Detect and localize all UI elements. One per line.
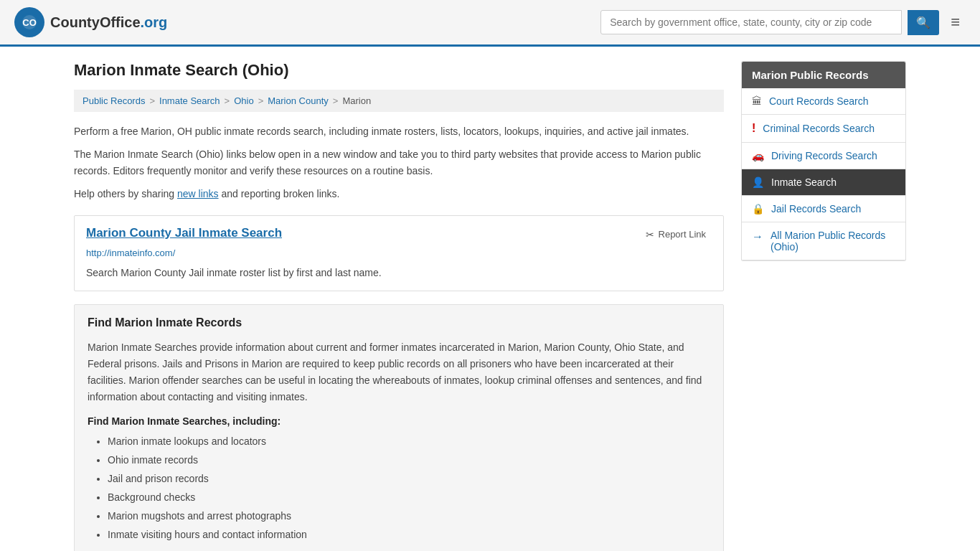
- sidebar-label-criminal: Criminal Records Search: [763, 123, 875, 134]
- sidebar-label-all: All Marion Public Records (Ohio): [771, 230, 895, 253]
- intro-paragraph-2: The Marion Inmate Search (Ohio) links be…: [74, 146, 724, 179]
- new-links-link[interactable]: new links: [177, 188, 219, 199]
- intro-text-start: Help others by sharing: [74, 188, 177, 199]
- list-item: Marion inmate lookups and locators: [108, 434, 710, 449]
- result-section: Marion County Jail Inmate Search ✂ Repor…: [74, 215, 724, 291]
- jail-icon: 🔒: [752, 203, 764, 215]
- sidebar-label-driving: Driving Records Search: [771, 150, 877, 161]
- breadcrumb-current: Marion: [342, 95, 371, 106]
- sidebar-item-jail-records[interactable]: 🔒 Jail Records Search: [742, 196, 905, 222]
- logo-text: CountyOffice.org: [50, 14, 167, 31]
- header: CO CountyOffice.org 🔍 ≡: [0, 0, 980, 47]
- breadcrumb-inmate-search[interactable]: Inmate Search: [159, 95, 220, 106]
- criminal-icon: !: [752, 122, 755, 135]
- search-button[interactable]: 🔍: [908, 10, 939, 35]
- sidebar-label-jail: Jail Records Search: [771, 203, 861, 215]
- breadcrumb-ohio[interactable]: Ohio: [234, 95, 253, 106]
- sidebar-item-court-records[interactable]: 🏛 Court Records Search: [742, 88, 905, 115]
- content-area: Marion Inmate Search (Ohio) Public Recor…: [74, 61, 724, 551]
- sidebar-item-criminal-records[interactable]: ! Criminal Records Search: [742, 115, 905, 143]
- result-title-link[interactable]: Marion County Jail Inmate Search: [86, 226, 282, 240]
- inmate-icon: 👤: [752, 176, 764, 188]
- result-header: Marion County Jail Inmate Search ✂ Repor…: [75, 216, 723, 246]
- list-item: Ohio inmate records: [108, 453, 710, 468]
- search-area: 🔍 ≡: [600, 10, 966, 35]
- sidebar-box: Marion Public Records 🏛 Court Records Se…: [741, 61, 906, 261]
- sidebar-item-inmate-search[interactable]: 👤 Inmate Search: [742, 169, 905, 196]
- list-item: Background checks: [108, 490, 710, 505]
- hamburger-icon: ≡: [951, 13, 960, 31]
- sidebar-label-inmate: Inmate Search: [771, 176, 837, 188]
- intro-text-end: and reporting broken links.: [219, 188, 340, 199]
- find-includes-title: Find Marion Inmate Searches, including:: [88, 415, 710, 427]
- sidebar: Marion Public Records 🏛 Court Records Se…: [741, 61, 906, 551]
- find-records-body: Marion Inmate Searches provide informati…: [88, 339, 710, 405]
- driving-icon: 🚗: [752, 150, 764, 161]
- find-list: Marion inmate lookups and locators Ohio …: [88, 434, 710, 542]
- main-container: Marion Inmate Search (Ohio) Public Recor…: [60, 47, 920, 551]
- result-url[interactable]: http://inmateinfo.com/: [75, 246, 723, 263]
- intro-paragraph-1: Perform a free Marion, OH public inmate …: [74, 123, 724, 139]
- result-description: Search Marion County Jail inmate roster …: [75, 263, 723, 291]
- court-icon: 🏛: [752, 95, 762, 107]
- menu-button[interactable]: ≡: [945, 10, 966, 34]
- intro-paragraph-3: Help others by sharing new links and rep…: [74, 186, 724, 202]
- report-link-button[interactable]: ✂ Report Link: [640, 226, 712, 243]
- logo-icon: CO: [14, 7, 44, 37]
- find-records-section: Find Marion Inmate Records Marion Inmate…: [74, 304, 724, 551]
- breadcrumb: Public Records > Inmate Search > Ohio > …: [74, 90, 724, 112]
- svg-text:CO: CO: [22, 17, 37, 28]
- list-item: Jail and prison records: [108, 471, 710, 486]
- search-icon: 🔍: [916, 17, 930, 29]
- sidebar-label-court: Court Records Search: [769, 95, 869, 107]
- sidebar-title: Marion Public Records: [742, 62, 905, 88]
- arrow-icon: →: [752, 230, 763, 243]
- report-icon: ✂: [646, 229, 654, 240]
- breadcrumb-public-records[interactable]: Public Records: [83, 95, 145, 106]
- breadcrumb-marion-county[interactable]: Marion County: [268, 95, 329, 106]
- report-link-label: Report Link: [659, 229, 706, 240]
- logo-area: CO CountyOffice.org: [14, 7, 167, 37]
- search-input[interactable]: [600, 10, 902, 34]
- page-title: Marion Inmate Search (Ohio): [74, 61, 724, 80]
- find-records-title: Find Marion Inmate Records: [88, 316, 710, 329]
- sidebar-item-driving-records[interactable]: 🚗 Driving Records Search: [742, 143, 905, 169]
- list-item: Marion mugshots and arrest photographs: [108, 509, 710, 524]
- list-item: Inmate visiting hours and contact inform…: [108, 527, 710, 542]
- sidebar-item-all-records[interactable]: → All Marion Public Records (Ohio): [742, 222, 905, 260]
